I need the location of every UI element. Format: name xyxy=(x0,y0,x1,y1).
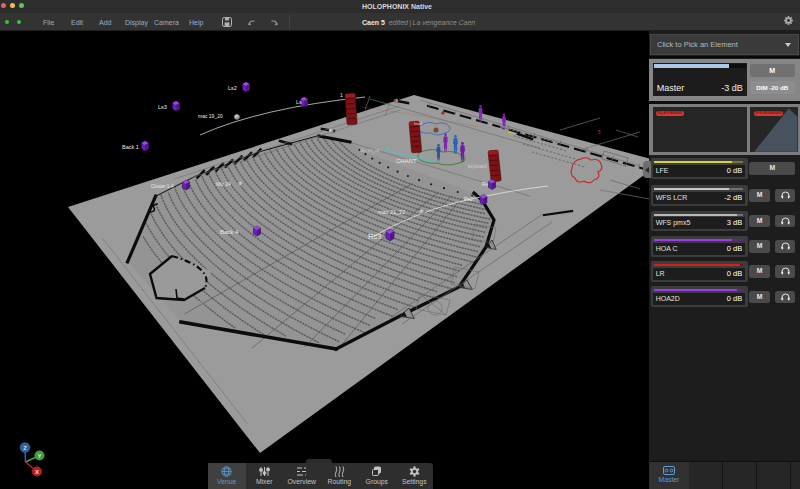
svg-text:1: 1 xyxy=(340,92,343,98)
svg-text:mac 19_20: mac 19_20 xyxy=(198,113,223,119)
svg-text:Ls2: Ls2 xyxy=(228,85,237,91)
svg-text:CHANT: CHANT xyxy=(396,158,417,164)
svg-text:gtr: gtr xyxy=(500,124,505,129)
svg-text:X: X xyxy=(35,469,39,475)
svg-text:Ls: Ls xyxy=(296,99,302,105)
svg-text:Rs: Rs xyxy=(482,181,489,187)
svg-text:Back 1: Back 1 xyxy=(122,144,139,150)
svg-text:keyboard: keyboard xyxy=(468,164,487,169)
svg-text:Ls3: Ls3 xyxy=(158,104,167,110)
svg-text:Cluster 1-4: Cluster 1-4 xyxy=(151,184,174,189)
svg-text:Z: Z xyxy=(23,445,27,451)
svg-text:Mic 24: Mic 24 xyxy=(216,181,231,187)
svg-text:Rs2: Rs2 xyxy=(464,196,473,202)
svg-text:5: 5 xyxy=(598,130,601,135)
svg-text:Mic 17_18: Mic 17_18 xyxy=(360,148,380,153)
svg-text:lead: lead xyxy=(414,121,423,126)
svg-text:Back 4: Back 4 xyxy=(220,229,239,235)
svg-text:Rs3: Rs3 xyxy=(368,232,381,241)
svg-text:mac 21_22: mac 21_22 xyxy=(378,209,405,215)
svg-text:Y: Y xyxy=(37,453,41,459)
